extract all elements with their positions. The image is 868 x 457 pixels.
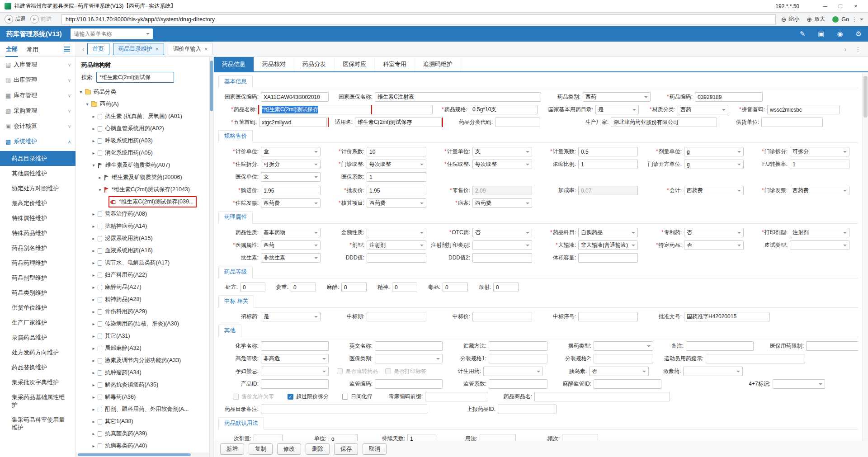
text-input[interactable] (806, 341, 858, 351)
text-input[interactable]: 1.95 (261, 186, 321, 195)
tree-expander-icon[interactable]: ▸ (90, 114, 97, 119)
tabs-more-icon[interactable]: ⋮ (855, 46, 861, 52)
select-input[interactable] (773, 379, 825, 389)
save-button[interactable]: 保存 (334, 443, 358, 455)
tree-node[interactable]: ▸妇产科用药(A22) (76, 269, 209, 281)
checkbox[interactable] (342, 394, 348, 400)
tree-expander-icon[interactable]: ▾ (84, 102, 90, 107)
tree-node[interactable]: ▾*维生素C(2ml)测试保存(21043) (76, 184, 209, 196)
select-input[interactable] (683, 367, 743, 376)
tree-node[interactable]: ▸抗生素 (抗真菌、厌氧菌) (A01) (76, 110, 209, 122)
tree-node[interactable]: ▸激素及调节内分泌功能药(A33) (76, 354, 209, 367)
tree-node[interactable]: ▸维生素及矿物质类药(20006) (76, 171, 209, 184)
checkbox[interactable] (288, 394, 293, 400)
main-tab[interactable]: 追溯码维护 (415, 57, 461, 71)
sidebar-item[interactable]: 集采批次字典维护 (0, 375, 75, 390)
zoom-out-button[interactable]: ⊖ 缩小 (781, 15, 800, 23)
tree-node[interactable]: ▸营养治疗药(A08) (76, 208, 209, 220)
tree-expander-icon[interactable]: ▸ (90, 370, 97, 375)
tree-expander-icon[interactable]: ▸ (90, 297, 97, 302)
sidebar-group-outbound[interactable]: ▥出库管理∨ (0, 72, 75, 88)
select-input[interactable]: 否 (589, 367, 649, 376)
text-input[interactable]: 10 (367, 147, 426, 156)
sidebar-item[interactable]: 药品药理维护 (0, 255, 75, 270)
new-button[interactable]: 新增 (220, 443, 244, 455)
scrollbar-thumb[interactable] (78, 453, 191, 456)
text-input[interactable] (261, 379, 329, 389)
main-tab[interactable]: 医保对应 (335, 57, 375, 71)
section-tab[interactable]: 基本信息 (218, 75, 253, 88)
settings-icon[interactable]: ⚙ (856, 30, 862, 38)
preview-icon[interactable]: ◉ (837, 30, 843, 38)
select-input[interactable]: 每次取整 (367, 160, 426, 169)
select-input[interactable]: 是 (261, 312, 321, 321)
section-tab[interactable]: 药品等级 (218, 266, 253, 278)
sidebar-item[interactable]: 录属药品维护 (0, 330, 75, 345)
tree-expander-icon[interactable]: ▸ (90, 126, 97, 131)
text-input[interactable]: 0.07 (578, 186, 638, 195)
tree-node[interactable]: ▸局部麻醉(A32) (76, 342, 209, 354)
main-tab[interactable]: 药品核对 (254, 57, 294, 71)
select-input[interactable]: 支 (472, 147, 532, 156)
text-input[interactable]: 1 (790, 160, 849, 169)
text-input[interactable] (706, 354, 805, 363)
sidebar-item[interactable]: 最高定价维护 (0, 196, 75, 211)
sidebar-item[interactable]: 集采药品科室使用量维护 (0, 412, 75, 435)
tree-node[interactable]: ▾维生素及矿物质类药(A07) (76, 159, 209, 171)
text-input[interactable]: 0 (341, 283, 367, 292)
sidebar-item[interactable]: 生产厂家维护 (0, 315, 75, 330)
copy-button[interactable]: 复制 (249, 443, 273, 455)
text-input[interactable]: wssc2mlcsbc (767, 105, 840, 114)
text-input[interactable] (480, 434, 516, 441)
text-input[interactable] (498, 405, 557, 414)
select-input[interactable]: 西药费 (684, 186, 744, 195)
tree-node[interactable]: *维生素C(2ml)测试保存(039... (76, 196, 209, 208)
scrollbar-thumb[interactable] (863, 76, 868, 118)
close-icon[interactable]: × (204, 46, 208, 52)
select-input[interactable] (483, 367, 543, 376)
text-input[interactable] (254, 434, 283, 441)
text-input[interactable]: 0.5 (578, 147, 638, 156)
sidebar-group-system[interactable]: ▩系统维护∧ (0, 134, 75, 149)
tree-node[interactable]: ▸骨伤科用药(A29) (76, 306, 209, 318)
select-input[interactable]: 非抗生素 (261, 253, 321, 263)
text-input[interactable]: 0 (291, 283, 316, 292)
select-input[interactable]: 非高危 (261, 354, 329, 363)
select-input[interactable]: 可拆分 (261, 160, 321, 169)
sidebar-group-accounting[interactable]: ▣会计核算∨ (0, 118, 75, 134)
text-input[interactable] (261, 341, 329, 351)
close-icon[interactable]: × (156, 46, 159, 52)
select-input[interactable]: 西药费 (261, 198, 321, 208)
text-input[interactable] (261, 405, 427, 414)
pen-icon[interactable]: ✎ (800, 30, 806, 38)
text-input[interactable] (489, 379, 547, 389)
collapse-menu-icon[interactable] (64, 47, 70, 52)
close-button[interactable]: × (848, 3, 863, 9)
text-input[interactable] (495, 118, 540, 127)
tree-expander-icon[interactable]: ▸ (90, 334, 97, 339)
page-tab[interactable]: 药品目录维护× (113, 43, 164, 55)
select-input[interactable]: 支 (261, 172, 321, 182)
tree-expander-icon[interactable]: ▸ (90, 419, 97, 424)
select-input[interactable]: 西药费 (472, 198, 532, 208)
text-input[interactable]: 1.95 (367, 186, 426, 195)
tree-expander-icon[interactable]: ▾ (90, 163, 97, 168)
text-input[interactable]: 2.09 (472, 186, 532, 195)
sidebar-group-inventory[interactable]: ▦库存管理∨ (0, 88, 75, 103)
text-input[interactable] (594, 354, 653, 363)
tree-expander-icon[interactable]: ▸ (90, 431, 97, 436)
select-input[interactable] (790, 240, 849, 250)
print-icon[interactable]: ▣ (818, 30, 824, 38)
text-input[interactable] (375, 341, 443, 351)
tree-expander-icon[interactable]: ▸ (90, 273, 97, 278)
modify-button[interactable]: 修改 (277, 443, 301, 455)
checkbox[interactable] (337, 368, 343, 374)
sidebar-tab-all[interactable]: 全部 (5, 42, 18, 57)
text-input[interactable] (686, 341, 754, 351)
tree-node[interactable]: ▸其它1(A38) (76, 415, 209, 428)
tree-node[interactable]: ▸血液系统用药(A16) (76, 245, 209, 257)
sidebar-group-purchase[interactable]: ▧采购管理∨ (0, 103, 75, 118)
sidebar-item[interactable]: 特殊属性维护 (0, 211, 75, 226)
section-tab[interactable]: 规格售价 (218, 130, 253, 143)
select-input[interactable]: 否 (684, 240, 744, 250)
